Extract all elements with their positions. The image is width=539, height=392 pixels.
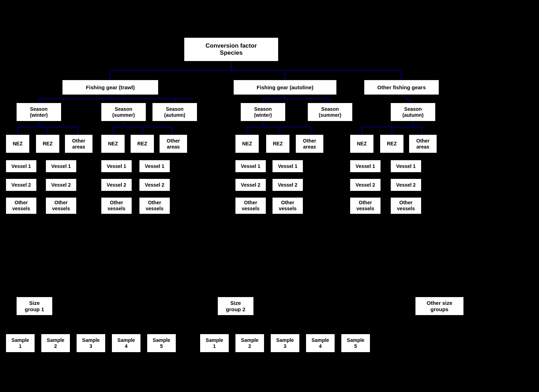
diagram: Conversion factor Species Fishing gear (… (0, 0, 539, 392)
other-size-groups: Other size groups (415, 296, 464, 316)
sample4-sg2: Sample 4 (305, 333, 335, 353)
sample2-sg2: Sample 2 (235, 333, 265, 353)
gear-autoline-node: Fishing gear (autoline) (233, 79, 337, 95)
vessel1-8: Vessel 1 (390, 159, 422, 173)
rez3: REZ (265, 134, 290, 153)
vessel1-7: Vessel 1 (349, 159, 381, 173)
size-group1: Size group 1 (16, 296, 53, 316)
vessel2-3: Vessel 2 (101, 178, 132, 192)
nez3: NEZ (235, 134, 259, 153)
season-autumn1: Season (autumn) (152, 102, 198, 122)
root-node: Conversion factor Species (184, 37, 279, 62)
other-vessels-4: Other vessels (139, 197, 170, 215)
vessel2-1: Vessel 2 (5, 178, 37, 192)
season-winter2: Season (winter) (240, 102, 286, 122)
sample3-sg1: Sample 3 (76, 333, 106, 353)
vessel1-6: Vessel 1 (272, 159, 304, 173)
rez2: REZ (130, 134, 155, 153)
season-winter1: Season (winter) (16, 102, 62, 122)
sample3-sg2: Sample 3 (270, 333, 300, 353)
other-vessels-1: Other vessels (5, 197, 37, 215)
nez1: NEZ (5, 134, 30, 153)
svg-line-14 (401, 95, 413, 102)
other-vessels-8: Other vessels (390, 197, 422, 215)
vessel2-6: Vessel 2 (272, 178, 304, 192)
sample1-sg1: Sample 1 (5, 333, 35, 353)
other-vessels-6: Other vessels (272, 197, 304, 215)
other-vessels-2: Other vessels (45, 197, 77, 215)
other-vessels-5: Other vessels (235, 197, 266, 215)
other-areas2: Other areas (159, 134, 188, 153)
gear-other-node: Other fishing gears (364, 79, 439, 95)
vessel1-1: Vessel 1 (5, 159, 37, 173)
season-autumn2: Season (autumn) (390, 102, 436, 122)
rez1: REZ (35, 134, 60, 153)
vessel2-7: Vessel 2 (349, 178, 381, 192)
sample2-sg1: Sample 2 (41, 333, 71, 353)
sample5-sg1: Sample 5 (146, 333, 176, 353)
vessel2-2: Vessel 2 (45, 178, 77, 192)
other-areas3: Other areas (295, 134, 324, 153)
vessel1-4: Vessel 1 (139, 159, 170, 173)
other-areas1: Other areas (64, 134, 93, 153)
gear-trawl-node: Fishing gear (trawl) (62, 79, 159, 95)
vessel2-5: Vessel 2 (235, 178, 266, 192)
season-summer2: Season (summer) (307, 102, 353, 122)
sample5-sg2: Sample 5 (341, 333, 371, 353)
sample4-sg1: Sample 4 (111, 333, 141, 353)
vessel2-4: Vessel 2 (139, 178, 170, 192)
other-areas4: Other areas (408, 134, 437, 153)
sample1-sg2: Sample 1 (199, 333, 229, 353)
size-group2: Size group 2 (217, 296, 254, 316)
rez4: REZ (379, 134, 404, 153)
nez2: NEZ (101, 134, 125, 153)
vessel2-8: Vessel 2 (390, 178, 422, 192)
vessel1-2: Vessel 1 (45, 159, 77, 173)
other-vessels-3: Other vessels (101, 197, 132, 215)
vessel1-5: Vessel 1 (235, 159, 266, 173)
nez4: NEZ (349, 134, 374, 153)
vessel1-3: Vessel 1 (101, 159, 132, 173)
other-vessels-7: Other vessels (349, 197, 381, 215)
season-summer1: Season (summer) (101, 102, 146, 122)
